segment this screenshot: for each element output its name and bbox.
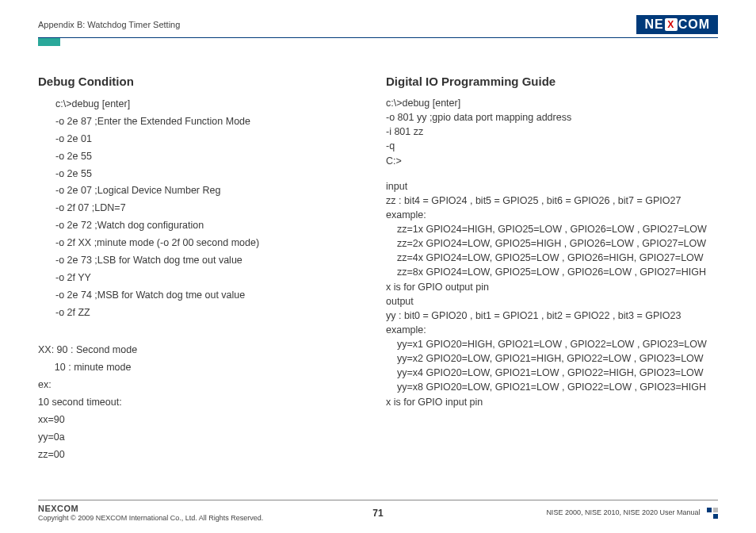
code-line: -o 2e 72 ;Watch dog configuration: [55, 217, 370, 235]
zz-examples: zz=1x GPIO24=HIGH, GPIO25=LOW , GPIO26=L…: [386, 222, 718, 280]
debug-commands-block: c:\>debug [enter] -o 2e 87 ;Enter the Ex…: [38, 96, 370, 321]
teal-tab-decoration: [38, 38, 60, 46]
output-label: output: [386, 294, 718, 309]
code-line: -i 801 zz: [386, 125, 718, 139]
example-line: yy=x4 GPIO20=LOW, GPIO21=LOW , GPIO22=HI…: [397, 366, 718, 380]
debug-condition-heading: Debug Condition: [38, 75, 370, 88]
manual-title: NISE 2000, NISE 2010, NISE 2020 User Man…: [546, 508, 700, 516]
nexcom-logo: NEXCOM: [636, 15, 718, 34]
page-header: Appendix B: Watchdog Timer Setting NEXCO…: [38, 14, 718, 38]
code-line: -o 2f YY: [55, 270, 370, 287]
appendix-title: Appendix B: Watchdog Timer Setting: [38, 20, 180, 29]
digital-io-commands: c:\>debug [enter] -o 801 yy ;gpio data p…: [386, 96, 718, 168]
note-line: XX: 90 : Second mode: [38, 342, 370, 359]
note-line: 10 : minute mode: [38, 359, 370, 377]
logo-text-post: COM: [678, 17, 710, 32]
code-line: -o 2e 74 ;MSB for Watch dog tme out valu…: [55, 287, 370, 305]
yy-definition: yy : bit0 = GPIO20 , bit1 = GPIO21 , bit…: [386, 309, 718, 323]
example-line: yy=x1 GPIO20=HIGH, GPIO21=LOW , GPIO22=L…: [397, 337, 718, 351]
example-line: yy=x2 GPIO20=LOW, GPIO21=HIGH, GPIO22=LO…: [397, 351, 718, 366]
code-line: c:\>debug [enter]: [55, 96, 370, 113]
code-line: -o 2f XX ;minute mode (-o 2f 00 second m…: [55, 235, 370, 252]
debug-notes-block: XX: 90 : Second mode 10 : minute mode ex…: [38, 342, 370, 463]
yy-examples: yy=x1 GPIO20=HIGH, GPIO21=LOW , GPIO22=L…: [386, 337, 718, 395]
content-columns: Debug Condition c:\>debug [enter] -o 2e …: [38, 75, 718, 464]
note-line: 10 second timeout:: [38, 394, 370, 412]
footer-left: NEXCOM Copyright © 2009 NEXCOM Internati…: [38, 504, 263, 522]
svg-rect-0: [707, 508, 712, 512]
code-line: -o 2e 01: [55, 131, 370, 148]
x-input-note: x is for GPIO input pin: [386, 395, 718, 409]
code-line: -o 2e 07 ;Logical Device Number Reg: [55, 182, 370, 200]
code-line: -o 2e 55: [55, 148, 370, 166]
code-line: -o 2f ZZ: [55, 305, 370, 322]
example-line: zz=4x GPIO24=LOW, GPIO25=LOW , GPIO26=HI…: [397, 251, 718, 265]
note-line: yy=0a: [38, 429, 370, 447]
left-column: Debug Condition c:\>debug [enter] -o 2e …: [38, 75, 370, 464]
code-line: c:\>debug [enter]: [386, 96, 718, 110]
code-line: -o 2e 55: [55, 166, 370, 183]
svg-rect-1: [713, 508, 718, 512]
footer-logo: NEXCOM: [38, 504, 263, 513]
digital-io-heading: Digital IO Programming Guide: [386, 75, 718, 88]
example-label: example:: [386, 208, 718, 222]
x-output-note: x is for GPIO output pin: [386, 280, 718, 294]
code-line: C:>: [386, 154, 718, 168]
zz-definition: zz : bit4 = GPIO24 , bit5 = GPIO25 , bit…: [386, 194, 718, 208]
code-line: -o 2e 87 ;Enter the Extended Function Mo…: [55, 113, 370, 131]
example-label: example:: [386, 323, 718, 337]
right-column: Digital IO Programming Guide c:\>debug […: [386, 75, 718, 464]
note-line: zz=00: [38, 447, 370, 464]
code-line: -o 2e 73 ;LSB for Watch dog tme out valu…: [55, 252, 370, 270]
svg-rect-2: [713, 514, 718, 519]
example-line: zz=8x GPIO24=LOW, GPIO25=LOW , GPIO26=LO…: [397, 265, 718, 279]
code-line: -o 2f 07 ;LDN=7: [55, 200, 370, 217]
example-line: zz=1x GPIO24=HIGH, GPIO25=LOW , GPIO26=L…: [397, 222, 718, 236]
note-line: xx=90: [38, 412, 370, 429]
logo-x-icon: X: [665, 18, 678, 31]
footer-right: NISE 2000, NISE 2010, NISE 2020 User Man…: [546, 508, 718, 519]
code-line: -o 801 yy ;gpio data port mapping addres…: [386, 110, 718, 125]
page-number: 71: [372, 508, 383, 519]
code-line: -q: [386, 139, 718, 153]
logo-text-pre: NE: [644, 17, 663, 32]
example-line: yy=x8 GPIO20=LOW, GPIO21=LOW , GPIO22=LO…: [397, 380, 718, 394]
page-footer: NEXCOM Copyright © 2009 NEXCOM Internati…: [38, 500, 718, 522]
example-line: zz=2x GPIO24=LOW, GPIO25=HIGH , GPIO26=L…: [397, 236, 718, 251]
input-label: input: [386, 179, 718, 194]
copyright-text: Copyright © 2009 NEXCOM International Co…: [38, 514, 263, 522]
note-line: ex:: [38, 377, 370, 394]
footer-squares-icon: [707, 508, 718, 519]
